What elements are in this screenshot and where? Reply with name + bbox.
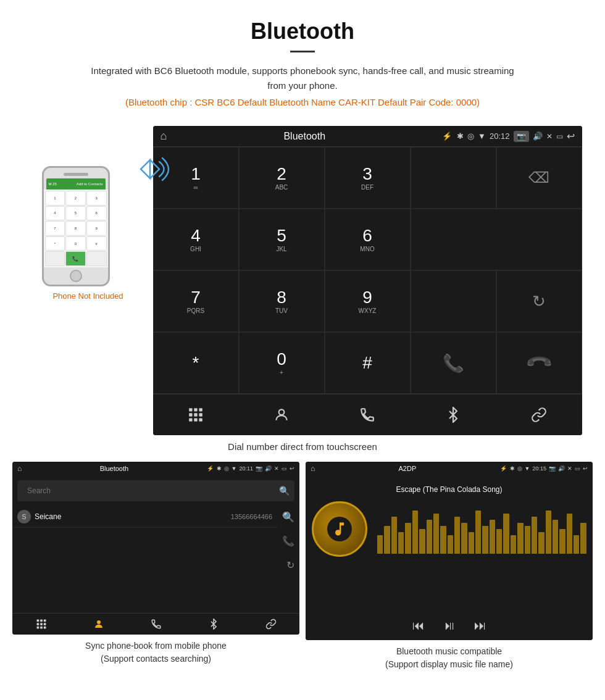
contacts-back-icon[interactable]: ↩ bbox=[290, 465, 294, 472]
contacts-search-input[interactable] bbox=[22, 483, 279, 498]
contacts-list: S Seicane 13566664466 bbox=[12, 506, 277, 576]
contacts-nav-user[interactable] bbox=[70, 619, 127, 630]
contacts-time: 20:11 bbox=[239, 465, 253, 472]
contacts-signal-icon: ▼ bbox=[232, 465, 237, 472]
nav-bluetooth[interactable] bbox=[411, 402, 496, 428]
music-screen-label: A2DP bbox=[318, 465, 496, 472]
music-home-icon[interactable]: ⌂ bbox=[311, 464, 315, 473]
phone-key-3[interactable]: 3 bbox=[86, 191, 107, 206]
dial-key-3[interactable]: 3DEF bbox=[325, 147, 411, 209]
phone-key-1[interactable]: 1 bbox=[45, 191, 65, 206]
contacts-spacer bbox=[12, 576, 299, 613]
music-loc-icon: ◎ bbox=[517, 465, 522, 472]
phone-home-button[interactable] bbox=[70, 270, 82, 282]
phone-key-2[interactable]: 2 bbox=[65, 191, 86, 206]
eq-bar bbox=[469, 532, 474, 554]
eq-bar bbox=[532, 517, 537, 554]
music-bt-icon: ✱ bbox=[510, 465, 515, 472]
dial-key-7[interactable]: 7PQRS bbox=[153, 270, 239, 332]
back-icon[interactable]: ↩ bbox=[567, 130, 575, 142]
svg-rect-5 bbox=[199, 413, 202, 416]
dial-key-0[interactable]: 0+ bbox=[239, 332, 325, 394]
home-icon[interactable]: ⌂ bbox=[161, 130, 167, 143]
dial-grid: 1∞ 2ABC 3DEF ⌫ 4GHI 5JKL 6MNO 7PQRS 8TUV… bbox=[153, 147, 582, 394]
phone-key-0[interactable]: 0 bbox=[65, 236, 86, 251]
equalizer-bars bbox=[377, 504, 586, 554]
contact-item-seicane[interactable]: S Seicane 13566664466 bbox=[12, 506, 277, 528]
nav-contacts[interactable] bbox=[239, 402, 325, 428]
album-art bbox=[312, 501, 367, 557]
contact-name: Seicane bbox=[35, 512, 227, 521]
contacts-nav-phone[interactable] bbox=[127, 619, 185, 630]
phone-key-6[interactable]: 6 bbox=[86, 206, 107, 221]
music-screen-icon: ▭ bbox=[575, 465, 580, 472]
dial-key-5[interactable]: 5JKL bbox=[239, 209, 325, 270]
contacts-nav-bluetooth[interactable] bbox=[185, 619, 242, 630]
nav-phone[interactable] bbox=[325, 402, 411, 428]
music-signal-icon: ▼ bbox=[525, 465, 530, 472]
refresh-button[interactable]: ↻ bbox=[496, 270, 582, 332]
dial-key-2[interactable]: 2ABC bbox=[239, 147, 325, 209]
contacts-close-icon: ✕ bbox=[274, 465, 279, 472]
contacts-nav-link[interactable] bbox=[242, 619, 299, 630]
music-controls: ⏮ ⏯ ⏭ bbox=[306, 611, 593, 640]
dial-key-9[interactable]: 9WXYZ bbox=[325, 270, 411, 332]
contacts-icon bbox=[273, 407, 290, 423]
fast-forward-button[interactable]: ⏭ bbox=[474, 619, 486, 633]
bottom-screens-row: ⌂ Bluetooth ⚡ ✱ ◎ ▼ 20:11 📷 🔊 ✕ ▭ ↩ bbox=[0, 462, 605, 683]
contact-avatar: S bbox=[17, 510, 31, 523]
music-note-icon bbox=[331, 520, 348, 538]
close-icon[interactable]: ✕ bbox=[546, 132, 553, 141]
search-icon[interactable]: 🔍 bbox=[279, 486, 290, 496]
search-side-icon[interactable]: 🔍 bbox=[282, 511, 294, 523]
dial-key-star[interactable]: * bbox=[153, 332, 239, 394]
svg-rect-12 bbox=[43, 620, 46, 622]
phone-key-4[interactable]: 4 bbox=[45, 206, 65, 221]
contacts-home-icon[interactable]: ⌂ bbox=[17, 464, 22, 473]
volume-icon[interactable]: 🔊 bbox=[533, 131, 543, 141]
phone-key-8[interactable]: 8 bbox=[65, 221, 86, 236]
phone-key-star[interactable]: * bbox=[45, 236, 65, 251]
eq-bar bbox=[553, 520, 558, 554]
phone-key-9[interactable]: 9 bbox=[86, 221, 107, 236]
big-screen-mockup: ⌂ Bluetooth ⚡ ✱ ◎ ▼ 20:12 📷 🔊 ✕ ▭ ↩ 1∞ 2… bbox=[153, 126, 582, 435]
nav-dialpad[interactable] bbox=[153, 402, 239, 428]
red-phone-icon: 📞 bbox=[524, 348, 554, 378]
dial-key-4[interactable]: 4GHI bbox=[153, 209, 239, 270]
big-screen-bottom-nav bbox=[153, 394, 582, 435]
rewind-button[interactable]: ⏮ bbox=[412, 619, 425, 633]
backspace-button[interactable]: ⌫ bbox=[496, 147, 582, 209]
eq-bar bbox=[440, 526, 446, 554]
eq-bar bbox=[377, 535, 383, 554]
phone-key-7[interactable]: 7 bbox=[45, 221, 65, 236]
svg-rect-10 bbox=[36, 620, 39, 622]
svg-rect-14 bbox=[40, 623, 43, 625]
contacts-screen-icon: ▭ bbox=[282, 465, 287, 472]
music-usb-icon: ⚡ bbox=[500, 465, 507, 472]
call-green-button[interactable]: 📞 bbox=[411, 332, 496, 394]
music-status-bar: ⌂ A2DP ⚡ ✱ ◎ ▼ 20:15 📷 🔊 ✕ ▭ ↩ bbox=[306, 462, 593, 475]
dial-key-hash[interactable]: # bbox=[325, 332, 411, 394]
status-right-icons: ✱ ◎ ▼ 20:12 📷 🔊 ✕ ▭ ↩ bbox=[457, 130, 574, 142]
phone-key-5[interactable]: 5 bbox=[65, 206, 86, 221]
contacts-right-icons: 🔍 📞 ↻ bbox=[277, 506, 299, 576]
big-screen-caption: Dial number direct from touchscreen bbox=[0, 435, 605, 462]
eq-bar bbox=[559, 529, 565, 554]
camera-icon[interactable]: 📷 bbox=[514, 131, 529, 142]
play-pause-button[interactable]: ⏯ bbox=[443, 619, 456, 633]
music-vol-icon: 🔊 bbox=[558, 465, 565, 472]
phone-key-hash[interactable]: # bbox=[86, 236, 107, 251]
phone-key-call[interactable]: 📞 bbox=[65, 251, 86, 266]
svg-rect-2 bbox=[199, 408, 202, 411]
screen-icon[interactable]: ▭ bbox=[556, 132, 563, 141]
phone-side-icon[interactable]: 📞 bbox=[282, 535, 294, 547]
eq-bar bbox=[517, 523, 523, 554]
nav-link[interactable] bbox=[496, 402, 582, 428]
refresh-side-icon[interactable]: ↻ bbox=[286, 559, 294, 571]
svg-rect-18 bbox=[43, 627, 46, 629]
music-back-icon[interactable]: ↩ bbox=[583, 465, 588, 472]
dial-key-8[interactable]: 8TUV bbox=[239, 270, 325, 332]
call-red-button[interactable]: 📞 bbox=[496, 332, 582, 394]
contacts-nav-dialpad[interactable] bbox=[12, 619, 70, 630]
dial-key-6[interactable]: 6MNO bbox=[325, 209, 411, 270]
